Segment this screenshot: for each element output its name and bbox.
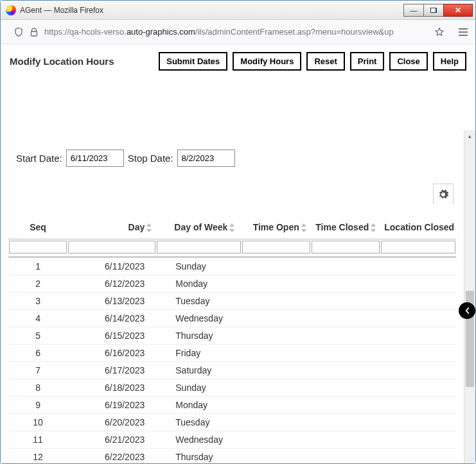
cell-open: [242, 379, 310, 397]
cell-seq: 7: [8, 362, 67, 379]
window-buttons: — ✕: [404, 4, 473, 17]
cell-seq: 1: [8, 257, 67, 275]
table-row[interactable]: 56/15/2023Thursday: [8, 327, 456, 345]
cell-close: [311, 293, 380, 310]
col-dow-header[interactable]: Day of Week: [156, 211, 242, 239]
filter-dow[interactable]: [157, 241, 241, 253]
table-row[interactable]: 26/12/2023Monday: [8, 275, 456, 293]
url-path: /ils/adminContentFrameset.asp?menu=hours…: [195, 27, 394, 37]
cell-day: 6/14/2023: [67, 310, 156, 327]
table-row[interactable]: 76/17/2023Saturday: [8, 362, 456, 379]
cell-open: [242, 449, 310, 463]
cell-loc: [380, 397, 456, 414]
cell-close: [311, 310, 380, 327]
table-row[interactable]: 96/19/2023Monday: [8, 397, 456, 414]
close-window-button[interactable]: ✕: [443, 4, 473, 17]
cell-seq: 3: [8, 293, 67, 310]
col-seq-header[interactable]: Seq: [8, 211, 67, 239]
sort-icon: [229, 223, 235, 232]
shield-icon: [13, 27, 24, 37]
cell-seq: 8: [8, 379, 67, 397]
maximize-button[interactable]: [423, 4, 444, 17]
cell-seq: 5: [8, 327, 67, 345]
start-date-input[interactable]: [66, 150, 124, 167]
collapse-panel-button[interactable]: [459, 302, 475, 319]
menu-icon[interactable]: [457, 26, 469, 38]
filter-day[interactable]: [68, 241, 155, 253]
cell-day: 6/20/2023: [67, 414, 156, 431]
cell-loc: [380, 345, 456, 362]
cell-day: 6/11/2023: [67, 257, 156, 275]
table-row[interactable]: 46/14/2023Wednesday: [8, 310, 456, 327]
submit-dates-button[interactable]: Submit Dates: [159, 52, 227, 71]
col-day-header[interactable]: Day: [67, 211, 156, 239]
help-button[interactable]: Help: [433, 52, 466, 71]
cell-open: [242, 327, 310, 345]
col-loc-header[interactable]: Location Closed: [380, 211, 456, 239]
close-button[interactable]: Close: [389, 52, 427, 71]
cell-seq: 4: [8, 310, 67, 327]
filter-open[interactable]: [242, 241, 310, 253]
cell-dow: Saturday: [156, 362, 242, 379]
browser-window: AGent — Mozilla Firefox — ✕ https://qa-h…: [0, 0, 476, 464]
cell-open: [242, 275, 310, 293]
col-open-header[interactable]: Time Open: [242, 211, 310, 239]
cell-open: [242, 293, 310, 310]
cell-close: [311, 257, 380, 275]
scroll-area: Start Date: Stop Date: Seq Day Day of We…: [1, 130, 464, 463]
minimize-button[interactable]: —: [403, 4, 424, 17]
address-bar: https://qa-hcols-verso.auto-graphics.com…: [1, 20, 475, 44]
table-toolbar: [8, 180, 456, 211]
cell-day: 6/21/2023: [67, 431, 156, 449]
cell-dow: Wednesday: [156, 431, 242, 449]
filter-loc[interactable]: [381, 241, 455, 253]
sort-icon: [146, 223, 152, 232]
cell-close: [311, 379, 380, 397]
cell-seq: 11: [8, 431, 67, 449]
cell-close: [311, 414, 380, 431]
table-row[interactable]: 126/22/2023Thursday: [8, 449, 456, 463]
table-row[interactable]: 66/16/2023Friday: [8, 345, 456, 362]
cell-seq: 12: [8, 449, 67, 463]
cell-day: 6/15/2023: [67, 327, 156, 345]
filter-close[interactable]: [312, 241, 380, 253]
reset-button[interactable]: Reset: [306, 52, 344, 71]
table-row[interactable]: 86/18/2023Sunday: [8, 379, 456, 397]
sort-icon: [301, 223, 307, 232]
cell-open: [242, 431, 310, 449]
modify-hours-button[interactable]: Modify Hours: [233, 52, 301, 71]
table-row[interactable]: 36/13/2023Tuesday: [8, 293, 456, 310]
cell-open: [242, 310, 310, 327]
scroll-up-arrow[interactable]: ▴: [464, 132, 475, 141]
print-button[interactable]: Print: [350, 52, 385, 71]
stop-date-input[interactable]: [177, 150, 235, 167]
cell-close: [311, 397, 380, 414]
cell-seq: 2: [8, 275, 67, 293]
bookmark-star-icon[interactable]: [434, 27, 445, 37]
firefox-icon: [6, 5, 16, 15]
cell-close: [311, 449, 380, 463]
cell-dow: Wednesday: [156, 310, 242, 327]
page-title: Modify Location Hours: [10, 56, 154, 67]
table-row[interactable]: 116/21/2023Wednesday: [8, 431, 456, 449]
cell-day: 6/13/2023: [67, 293, 156, 310]
sort-icon: [370, 223, 376, 232]
cell-open: [242, 345, 310, 362]
cell-open: [242, 362, 310, 379]
table-settings-button[interactable]: [433, 184, 454, 204]
cell-loc: [380, 431, 456, 449]
cell-day: 6/12/2023: [67, 275, 156, 293]
window-title: AGent — Mozilla Firefox: [20, 6, 103, 15]
filter-seq[interactable]: [9, 241, 67, 253]
table-row[interactable]: 106/20/2023Tuesday: [8, 414, 456, 431]
filter-row: [8, 239, 456, 257]
url-text: https://qa-hcols-verso.auto-graphics.com…: [44, 27, 429, 37]
vertical-scrollbar[interactable]: ▴: [464, 130, 475, 463]
col-close-header[interactable]: Time Closed: [311, 211, 380, 239]
table-row[interactable]: 16/11/2023Sunday: [8, 257, 456, 275]
cell-day: 6/18/2023: [67, 379, 156, 397]
cell-day: 6/16/2023: [67, 345, 156, 362]
page-header: Modify Location Hours Submit Dates Modif…: [1, 44, 475, 78]
cell-loc: [380, 414, 456, 431]
url-field[interactable]: https://qa-hcols-verso.auto-graphics.com…: [7, 23, 451, 41]
